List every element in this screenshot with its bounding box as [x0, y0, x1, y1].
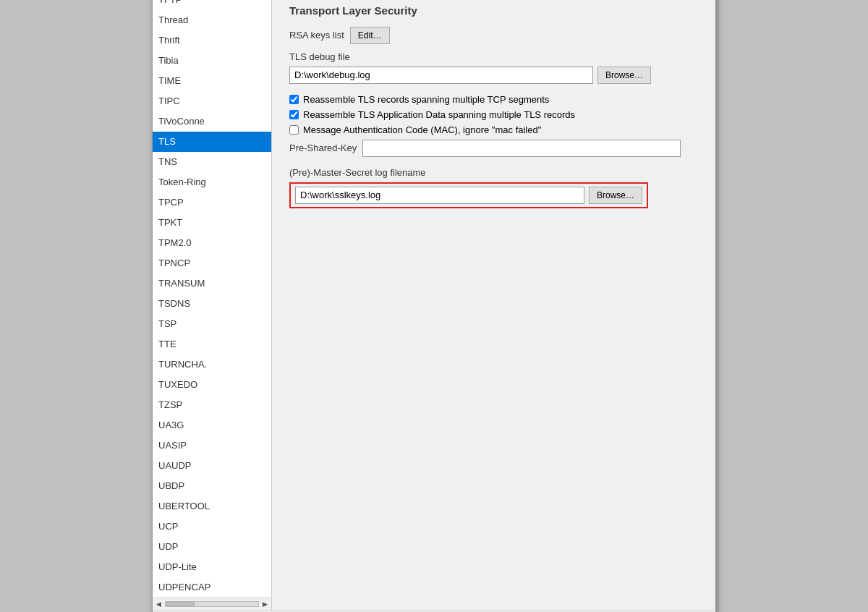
sidebar-item-ucp[interactable]: UCP — [153, 517, 271, 537]
horizontal-scrollbar[interactable]: ◀ ▶ — [153, 598, 271, 611]
sidebar-item-tipc[interactable]: TIPC — [153, 91, 271, 111]
sidebar-item-tsp[interactable]: TSP — [153, 314, 271, 334]
checkbox2[interactable] — [289, 110, 299, 119]
sidebar-item-tpkt[interactable]: TPKT — [153, 213, 271, 233]
sidebar-item-tivoconne[interactable]: TiVoConne — [153, 111, 271, 132]
sidebar-item-uaudp[interactable]: UAUDP — [153, 456, 271, 476]
scroll-track — [165, 601, 259, 607]
checkbox3[interactable] — [289, 125, 299, 135]
checkbox2-label: Reassemble TLS Application Data spanning… — [303, 109, 575, 120]
sidebar-item-udp[interactable]: UDP — [153, 537, 271, 557]
master-secret-title: (Pre)-Master-Secret log filename — [289, 167, 698, 178]
sidebar-item-turncha-[interactable]: TURNCHA. — [153, 354, 271, 375]
checkbox3-row: Message Authentication Code (MAC), ignor… — [289, 124, 698, 135]
sidebar-item-transum[interactable]: TRANSUM — [153, 273, 271, 294]
sidebar-item-ubertool[interactable]: UBERTOOL — [153, 496, 271, 517]
checkbox1-row: Reassemble TLS records spanning multiple… — [289, 94, 698, 105]
checkbox1-label: Reassemble TLS records spanning multiple… — [303, 94, 549, 105]
dialog-body: TFTPThreadThriftTibiaTIMETIPCTiVoConneTL… — [153, 0, 715, 611]
sidebar-item-tpcp[interactable]: TPCP — [153, 192, 271, 213]
sidebar-item-tls[interactable]: TLS — [153, 132, 271, 152]
sidebar-item-time[interactable]: TIME — [153, 71, 271, 91]
sidebar-item-udpencap[interactable]: UDPENCAP — [153, 577, 271, 598]
rsa-keys-row: RSA keys list Edit… — [289, 27, 698, 44]
sidebar-item-tpncp[interactable]: TPNCP — [153, 253, 271, 273]
debug-file-row: Browse… — [289, 67, 698, 84]
sidebar-item-tzsp[interactable]: TZSP — [153, 395, 271, 415]
sidebar-item-tte[interactable]: TTE — [153, 334, 271, 354]
sidebar-item-tsdns[interactable]: TSDNS — [153, 294, 271, 314]
master-secret-row: Browse… — [289, 182, 648, 208]
checkbox3-label: Message Authentication Code (MAC), ignor… — [303, 124, 541, 135]
sidebar-item-tibia[interactable]: Tibia — [153, 51, 271, 71]
master-secret-input[interactable] — [295, 187, 584, 204]
edit-button[interactable]: Edit… — [350, 27, 390, 44]
sidebar-item-tpm2-0[interactable]: TPM2.0 — [153, 233, 271, 253]
main-content: Transport Layer Security RSA keys list E… — [272, 0, 715, 611]
sidebar-list: TFTPThreadThriftTibiaTIMETIPCTiVoConneTL… — [153, 0, 271, 598]
sidebar-item-token-ring[interactable]: Token-Ring — [153, 172, 271, 192]
sidebar-item-tftp[interactable]: TFTP — [153, 0, 271, 10]
debug-file-label: TLS debug file — [289, 51, 698, 62]
scroll-left-btn[interactable]: ◀ — [154, 600, 163, 608]
debug-file-input[interactable] — [289, 67, 593, 84]
checkbox1[interactable] — [289, 95, 299, 104]
sidebar-item-uasip[interactable]: UASIP — [153, 435, 271, 456]
sidebar-item-udp-lite[interactable]: UDP-Lite — [153, 557, 271, 577]
psk-row: Pre-Shared-Key — [289, 140, 698, 157]
sidebar-item-tns[interactable]: TNS — [153, 152, 271, 172]
rsa-keys-label: RSA keys list — [289, 30, 344, 41]
sidebar-item-ubdp[interactable]: UBDP — [153, 476, 271, 496]
sidebar-item-thread[interactable]: Thread — [153, 10, 271, 30]
wireshark-settings-dialog: Wireshark · 設定 ✕ TFTPThreadThriftTibiaTI… — [152, 0, 716, 612]
master-secret-browse-button[interactable]: Browse… — [589, 187, 642, 204]
scroll-thumb[interactable] — [166, 602, 195, 606]
sidebar: TFTPThreadThriftTibiaTIMETIPCTiVoConneTL… — [153, 0, 272, 611]
psk-input[interactable] — [362, 140, 681, 157]
sidebar-item-ua3g[interactable]: UA3G — [153, 415, 271, 435]
debug-file-browse-button[interactable]: Browse… — [597, 67, 651, 84]
section-title: Transport Layer Security — [289, 4, 698, 17]
checkbox2-row: Reassemble TLS Application Data spanning… — [289, 109, 698, 120]
scroll-right-btn[interactable]: ▶ — [260, 600, 270, 608]
sidebar-item-thrift[interactable]: Thrift — [153, 30, 271, 51]
psk-label: Pre-Shared-Key — [289, 143, 357, 153]
sidebar-item-tuxedo[interactable]: TUXEDO — [153, 375, 271, 395]
